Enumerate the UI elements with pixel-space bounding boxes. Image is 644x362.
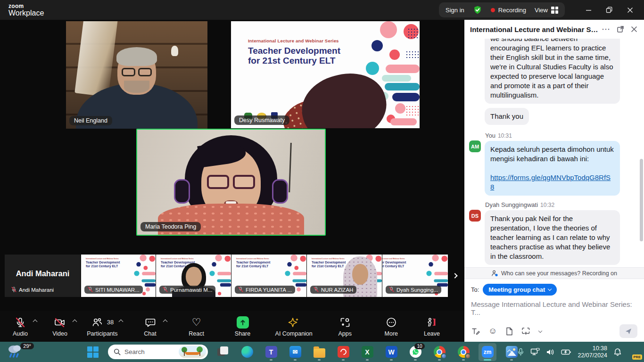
strip-tile-purnamawati[interactable]: International Lecture and Webinar Series… — [156, 255, 231, 297]
view-button[interactable]: View — [535, 7, 558, 14]
chrome-profile-2-icon[interactable] — [454, 343, 472, 361]
ai-companion-button[interactable]: AI Companion — [275, 316, 313, 337]
chat-options-chevron[interactable] — [163, 319, 167, 324]
participant-nametag: NUR AZIZAH — [310, 286, 356, 294]
security-shield-icon[interactable] — [473, 5, 482, 15]
video-options-chevron[interactable] — [73, 319, 77, 324]
screenshot-icon[interactable] — [521, 327, 530, 335]
chat-panel: International Lecture and Webinar Series… — [464, 20, 644, 342]
slide-title: Teacher Development for 21st Century ELT — [248, 46, 340, 66]
chat-message-list[interactable]: we should balance between encouraging EF… — [464, 39, 644, 267]
chat-scrollbar[interactable] — [640, 159, 643, 241]
excel-icon[interactable]: X — [358, 343, 376, 361]
compose-more-chevron[interactable] — [538, 329, 542, 332]
format-text-icon[interactable] — [471, 327, 480, 336]
strip-tile-nur-azizah[interactable]: International Lecture and Webinar Series… — [307, 255, 382, 297]
zoom-workplace-logo: zoom Workplace — [8, 3, 44, 17]
strip-tile-dyah-sunggingwati[interactable]: International Lecture and Webinar Series… — [382, 255, 448, 297]
leave-button[interactable]: Leave — [418, 316, 446, 337]
strip-next-page-button[interactable] — [449, 269, 461, 283]
mic-in-use-icon[interactable] — [517, 348, 524, 356]
whatsapp-icon[interactable]: 10 — [406, 343, 424, 361]
mail-icon[interactable]: ✉ — [286, 343, 304, 361]
taskbar-search[interactable]: Search — [108, 345, 208, 359]
participants-options-chevron[interactable] — [118, 319, 123, 324]
to-label: To: — [471, 286, 479, 293]
participants-icon — [91, 317, 103, 328]
heart-icon: ♡ — [192, 316, 201, 329]
participant-nametag: Neil England — [69, 116, 112, 125]
apps-icon — [339, 317, 351, 328]
copilot-icon[interactable]: PRE — [628, 346, 640, 358]
file-explorer-icon[interactable] — [310, 343, 328, 361]
strip-tile-firda-yuanita[interactable]: International Lecture and Webinar Series… — [231, 255, 306, 297]
participants-button[interactable]: 38 Participants — [87, 316, 117, 337]
video-gallery: Neil England International Lecture and W… — [0, 20, 464, 311]
react-button[interactable]: ♡ React — [183, 316, 210, 337]
message-input[interactable]: Message International Lecture and Webina… — [471, 300, 637, 324]
muted-mic-icon — [238, 287, 243, 293]
participant-nametag: FIRDA YUANITA ... — [235, 286, 295, 294]
strip-tile-siti-munawar[interactable]: International Lecture and Webinar Series… — [81, 255, 156, 297]
video-tile-neil-england[interactable]: Neil England — [66, 21, 207, 129]
minimize-button[interactable] — [578, 2, 599, 18]
ai-sparkle-icon — [288, 317, 300, 328]
chrome-profile-1-icon[interactable] — [430, 343, 448, 361]
video-tile-maria-teodora-ping-active-speaker[interactable]: Maria Teodora Ping — [136, 129, 326, 236]
recipient-selector[interactable]: Meeting group chat — [483, 284, 557, 296]
participant-nametag: Andi Maharani — [8, 286, 57, 294]
start-button[interactable] — [84, 343, 102, 361]
strip-tile-andi-maharani[interactable]: Andi Maharani Andi Maharani — [5, 255, 81, 297]
chat-button[interactable]: Chat — [137, 316, 164, 337]
taskbar-clock[interactable]: 10:38 22/07/2024 — [578, 345, 607, 359]
battery-icon[interactable] — [561, 349, 571, 355]
zoom-meeting-window: zoom Workplace Sign in Recording View — [0, 0, 644, 362]
slide-series-label: International Lecture and Webinar Series — [248, 38, 339, 43]
more-button[interactable]: More — [378, 316, 405, 337]
apps-button[interactable]: Apps — [331, 316, 359, 337]
share-screen-icon — [237, 316, 249, 329]
send-message-button[interactable] — [619, 324, 637, 338]
chat-message-bubble: Thank you pak Neil for the presentation,… — [485, 210, 620, 265]
chat-header: International Lecture and Webinar Series… — [464, 20, 644, 39]
chat-menu-icon[interactable]: ⋯ — [602, 27, 610, 32]
participant-nametag: Maria Teodora Ping — [140, 222, 201, 231]
teams-icon[interactable]: T — [262, 343, 280, 361]
svg-text:z: z — [619, 349, 620, 352]
speaker-icon[interactable] — [546, 348, 555, 356]
zoom-app-icon[interactable]: zm — [479, 343, 496, 361]
restore-button[interactable] — [599, 2, 619, 18]
acrobat-icon[interactable] — [334, 343, 352, 361]
chat-message-bubble: we should balance between encouraging EF… — [485, 39, 620, 104]
send-icon — [625, 328, 632, 335]
system-tray: 10:38 22/07/2024 z PRE — [508, 342, 640, 362]
hidden-icons-chevron[interactable] — [507, 350, 512, 354]
audio-options-chevron[interactable] — [33, 319, 38, 324]
close-button[interactable] — [619, 2, 640, 18]
close-chat-icon[interactable] — [631, 26, 637, 33]
task-view-button[interactable] — [214, 343, 232, 361]
emoji-icon[interactable]: ☺ — [488, 326, 497, 336]
chevron-right-icon — [452, 273, 457, 278]
cast-display-icon[interactable] — [530, 348, 540, 356]
audio-button[interactable]: Audio — [7, 316, 34, 337]
notification-bell-icon[interactable]: z — [613, 348, 622, 356]
sign-in-button[interactable]: Sign in — [446, 7, 464, 14]
word-icon[interactable]: W — [382, 343, 400, 361]
chat-privacy-notice[interactable]: Who can see your messages? Recording on — [464, 267, 644, 279]
muted-mic-icon — [88, 287, 93, 293]
video-tile-desy-rusmawaty[interactable]: International Lecture and Webinar Series… — [231, 21, 420, 128]
edge-icon[interactable] — [238, 343, 256, 361]
pop-out-icon[interactable] — [617, 25, 624, 33]
weather-widget[interactable]: 29° — [7, 344, 31, 361]
search-highlight-image[interactable] — [179, 346, 206, 358]
attach-file-icon[interactable] — [505, 327, 513, 336]
share-button[interactable]: Share — [229, 316, 256, 337]
video-button[interactable]: Video — [46, 316, 74, 337]
copilot-preview-badge: PRE — [632, 354, 642, 360]
brand-workplace: Workplace — [8, 9, 44, 17]
chat-message-bubble: Kepada seluruh peserta dimohon untuk men… — [485, 141, 620, 196]
attendance-form-link[interactable]: https://forms.gle/qgMNVbpTodqG8RfS8 — [490, 173, 611, 191]
recording-indicator[interactable]: Recording — [491, 7, 526, 14]
brand-zoom: zoom — [8, 3, 44, 9]
